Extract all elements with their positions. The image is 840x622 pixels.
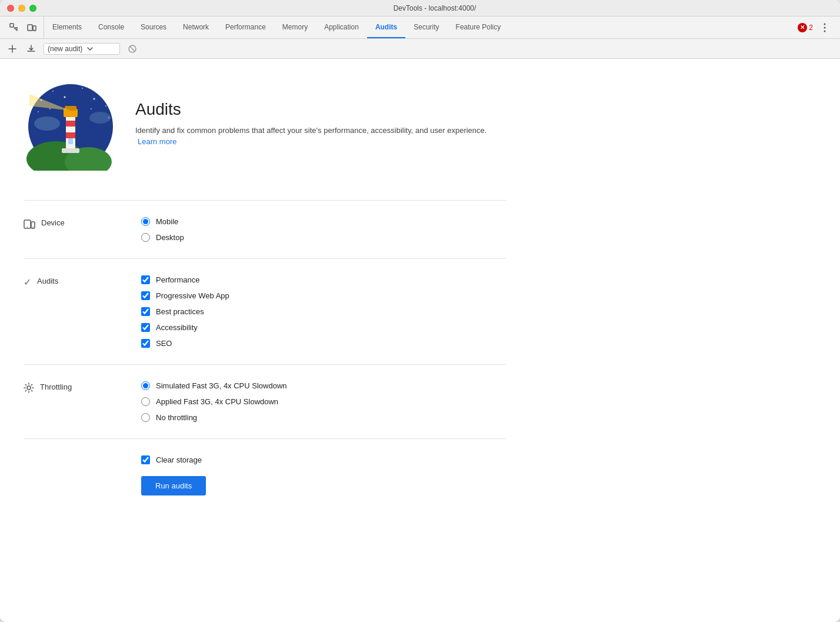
svg-point-22: [49, 108, 51, 109]
device-mobile-label: Mobile: [156, 217, 178, 226]
tab-network[interactable]: Network: [175, 16, 217, 38]
svg-point-18: [105, 105, 106, 107]
hero-title: Audits: [135, 100, 506, 119]
checkmark-icon: ✓: [24, 277, 31, 288]
svg-rect-29: [66, 121, 75, 127]
close-button[interactable]: [7, 5, 14, 12]
audit-performance-label: Performance: [156, 275, 199, 284]
clear-storage-option[interactable]: Clear storage: [141, 455, 506, 464]
devtools-window: DevTools - localhost:4000/ El: [0, 0, 840, 622]
audits-label-text: Audits: [37, 277, 58, 285]
error-icon: ✕: [798, 23, 807, 32]
throttling-label: Throttling: [24, 381, 141, 422]
audit-pwa-checkbox[interactable]: [141, 291, 150, 300]
gear-icon: [24, 382, 34, 395]
audit-toolbar: (new audit): [0, 39, 840, 59]
run-audits-button[interactable]: Run audits: [141, 476, 206, 495]
audit-seo-label: SEO: [156, 339, 172, 348]
throttling-none-label: No throttling: [156, 413, 197, 422]
audit-select[interactable]: (new audit): [44, 43, 120, 55]
clear-storage-checkbox[interactable]: [141, 455, 150, 464]
clear-storage-label: Clear storage: [156, 455, 202, 464]
audit-seo-checkbox[interactable]: [141, 339, 150, 348]
hero-text: Audits Identify and fix common problems …: [135, 100, 506, 148]
device-desktop-radio[interactable]: [141, 233, 150, 242]
svg-point-17: [94, 98, 95, 100]
device-mode-icon[interactable]: [24, 19, 40, 36]
throttling-options: Simulated Fast 3G, 4x CPU Slowdown Appli…: [141, 381, 506, 422]
tab-security[interactable]: Security: [405, 16, 447, 38]
device-icon: [24, 218, 35, 232]
svg-point-40: [27, 386, 31, 390]
audits-section: ✓ Audits Performance Progressive Web App…: [24, 258, 506, 364]
tab-audits[interactable]: Audits: [367, 16, 405, 38]
tab-elements[interactable]: Elements: [44, 16, 90, 38]
svg-point-3: [30, 29, 31, 29]
tab-console[interactable]: Console: [90, 16, 132, 38]
traffic-lights: [7, 5, 36, 12]
svg-point-4: [34, 29, 35, 30]
audit-select-value: (new audit): [48, 45, 82, 53]
audit-accessibility-checkbox[interactable]: [141, 323, 150, 332]
audit-accessibility-option[interactable]: Accessibility: [141, 323, 506, 332]
throttling-none-radio[interactable]: [141, 413, 150, 422]
svg-point-23: [91, 108, 92, 109]
bottom-section: Clear storage Run audits: [24, 438, 506, 512]
audit-performance-checkbox[interactable]: [141, 275, 150, 284]
throttling-simulated-label: Simulated Fast 3G, 4x CPU Slowdown: [156, 381, 287, 390]
new-audit-icon[interactable]: [6, 42, 19, 55]
svg-rect-35: [62, 148, 79, 153]
svg-point-16: [82, 88, 83, 89]
tab-feature-policy[interactable]: Feature Policy: [448, 16, 509, 38]
svg-point-24: [34, 117, 60, 131]
throttling-simulated-option[interactable]: Simulated Fast 3G, 4x CPU Slowdown: [141, 381, 506, 390]
inspect-element-icon[interactable]: [6, 19, 22, 36]
audit-performance-option[interactable]: Performance: [141, 275, 506, 284]
svg-point-5: [824, 23, 826, 25]
throttling-label-text: Throttling: [40, 382, 72, 391]
svg-rect-0: [10, 24, 14, 27]
audit-best-practices-option[interactable]: Best practices: [141, 307, 506, 316]
tab-memory[interactable]: Memory: [274, 16, 316, 38]
maximize-button[interactable]: [29, 5, 36, 12]
audit-best-practices-label: Best practices: [156, 307, 204, 316]
more-options-icon[interactable]: [816, 19, 833, 36]
audit-pwa-option[interactable]: Progressive Web App: [141, 291, 506, 300]
svg-point-19: [102, 92, 104, 94]
audit-accessibility-label: Accessibility: [156, 323, 198, 332]
device-desktop-label: Desktop: [156, 233, 184, 242]
svg-point-38: [27, 227, 28, 228]
error-badge: ✕ 2: [798, 23, 813, 32]
toolbar-right: ✕ 2: [793, 19, 838, 36]
device-mobile-option[interactable]: Mobile: [141, 217, 506, 226]
device-mobile-radio[interactable]: [141, 217, 150, 226]
tab-application[interactable]: Application: [316, 16, 367, 38]
devtools-toolbar: Elements Console Sources Network Perform…: [0, 16, 840, 39]
throttling-none-option[interactable]: No throttling: [141, 413, 506, 422]
tab-sources[interactable]: Sources: [132, 16, 175, 38]
learn-more-link[interactable]: Learn more: [138, 137, 176, 146]
audit-seo-option[interactable]: SEO: [141, 339, 506, 348]
device-label-text: Device: [41, 218, 65, 227]
device-desktop-option[interactable]: Desktop: [141, 233, 506, 242]
svg-line-11: [130, 46, 135, 51]
throttling-simulated-radio[interactable]: [141, 381, 150, 390]
svg-point-39: [32, 227, 34, 228]
stop-icon: [126, 42, 139, 55]
audits-label: ✓ Audits: [24, 275, 141, 348]
svg-point-6: [824, 26, 826, 28]
throttling-applied-option[interactable]: Applied Fast 3G, 4x CPU Slowdown: [141, 397, 506, 406]
svg-point-15: [64, 97, 66, 98]
tab-performance[interactable]: Performance: [217, 16, 274, 38]
window-title: DevTools - localhost:4000/: [36, 4, 833, 12]
minimize-button[interactable]: [18, 5, 25, 12]
hero-section: Audits Identify and fix common problems …: [24, 76, 506, 182]
audit-pwa-label: Progressive Web App: [156, 291, 229, 300]
svg-rect-30: [66, 132, 75, 138]
svg-point-7: [824, 30, 826, 32]
device-section: Device Mobile Desktop: [24, 200, 506, 258]
throttling-applied-radio[interactable]: [141, 397, 150, 406]
import-icon[interactable]: [25, 42, 38, 55]
main-content: Audits Identify and fix common problems …: [0, 59, 840, 622]
audit-best-practices-checkbox[interactable]: [141, 307, 150, 316]
